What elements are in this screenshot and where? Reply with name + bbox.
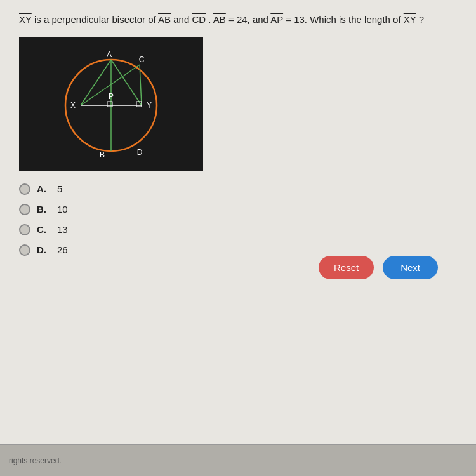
label-option-c: C. <box>37 224 50 235</box>
value-option-d: 26 <box>57 244 68 255</box>
value-option-b: 10 <box>57 204 68 215</box>
radio-a[interactable] <box>19 183 30 195</box>
ab-overline-q: AB <box>158 14 171 25</box>
radio-b[interactable] <box>19 204 30 215</box>
label-b: B <box>100 150 105 159</box>
label-a: A <box>107 50 112 59</box>
label-option-a: A. <box>37 183 50 194</box>
value-option-c: 13 <box>57 224 68 235</box>
question-text: XY is a perpendicular bisector of AB and… <box>19 13 457 27</box>
label-option-d: D. <box>37 244 50 255</box>
footer-text: rights reserved. <box>9 456 62 465</box>
option-b[interactable]: B. 10 <box>19 204 457 215</box>
answer-options: A. 5 B. 10 C. 13 D. 26 <box>19 183 457 256</box>
footer-bar: rights reserved. <box>0 444 476 476</box>
option-c[interactable]: C. 13 <box>19 224 457 235</box>
buttons-row: Reset Next <box>319 256 438 279</box>
cd-overline-q: CD <box>192 14 206 25</box>
ap-overline: AP <box>270 14 283 25</box>
option-d[interactable]: D. 26 <box>19 244 457 256</box>
diagram-svg: A C X P Y B D <box>41 47 181 161</box>
label-y: Y <box>147 101 152 110</box>
radio-d[interactable] <box>19 244 30 256</box>
reset-button[interactable]: Reset <box>319 256 374 279</box>
ab-overline-2: AB <box>213 14 226 25</box>
label-c: C <box>139 55 145 64</box>
diagram-container: A C X P Y B D <box>19 37 203 171</box>
label-x: X <box>70 101 76 110</box>
xy-overline-2: XY <box>404 14 416 25</box>
label-d: D <box>137 148 143 157</box>
label-p: P <box>109 92 114 101</box>
main-content: XY is a perpendicular bisector of AB and… <box>0 0 476 444</box>
xy-overline-q: XY <box>19 14 32 25</box>
value-option-a: 5 <box>57 183 62 194</box>
option-a[interactable]: A. 5 <box>19 183 457 195</box>
radio-c[interactable] <box>19 224 30 235</box>
next-button[interactable]: Next <box>383 256 438 279</box>
label-option-b: B. <box>37 204 50 215</box>
